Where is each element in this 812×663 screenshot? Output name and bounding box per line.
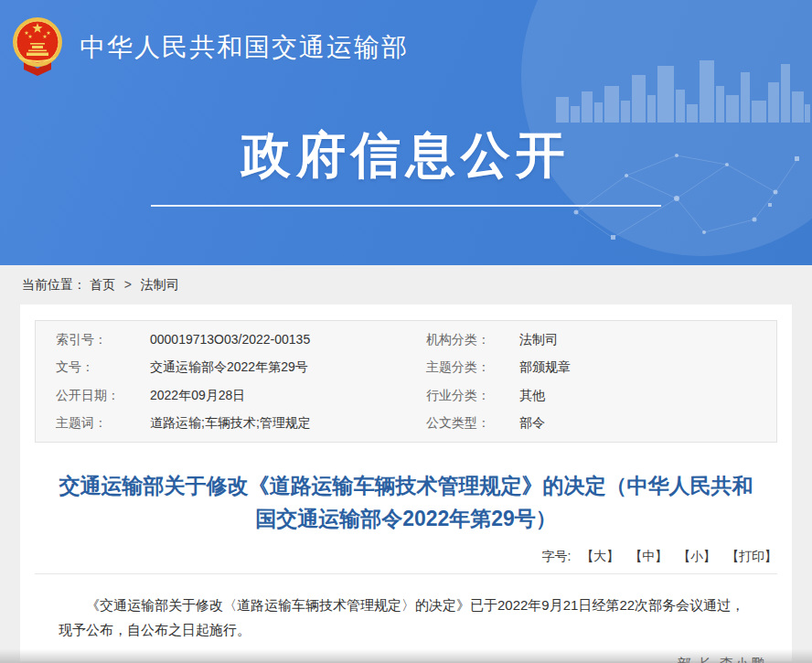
meta-value: 部令 — [519, 415, 776, 432]
meta-row: 索引号： 000019713O03/2022-00135 机构分类： 法制司 — [36, 326, 776, 354]
meta-value: 2022年09月28日 — [150, 388, 426, 404]
site-header: 中华人民共和国交通运输部 — [0, 0, 812, 82]
font-size-large-button[interactable]: 【大】 — [581, 549, 619, 563]
meta-label: 主题词： — [56, 415, 150, 432]
meta-label: 主题分类： — [426, 359, 519, 376]
meta-value: 道路运输;车辆技术;管理规定 — [150, 415, 426, 432]
article-title-line1: 交通运输部关于修改《道路运输车辆技术管理规定》的决定（中华人民共和 — [59, 474, 753, 497]
meta-value: 交通运输部令2022年第29号 — [150, 359, 426, 376]
meta-value: 000019713O03/2022-00135 — [150, 332, 426, 348]
meta-value: 法制司 — [519, 332, 776, 348]
breadcrumb-label: 当前位置： — [22, 277, 86, 292]
meta-row: 主题词： 道路运输;车辆技术;管理规定 公文类型： 部令 — [36, 410, 776, 438]
font-size-medium-button[interactable]: 【中】 — [629, 549, 668, 563]
breadcrumb-current-link[interactable]: 法制司 — [141, 277, 179, 292]
meta-label: 索引号： — [56, 332, 150, 348]
breadcrumb-separator: > — [124, 277, 132, 292]
breadcrumb-home-link[interactable]: 首页 — [90, 277, 115, 292]
meta-value: 其他 — [519, 388, 776, 404]
meta-label: 公开日期： — [56, 388, 150, 404]
page-banner-title: 政府信息公开 — [0, 123, 812, 189]
hero-banner: 中华人民共和国交通运输部 政府信息公开 — [0, 0, 812, 265]
article-title-line2: 国交通运输部令2022年第29号） — [255, 507, 557, 530]
national-emblem-icon — [12, 16, 63, 79]
meta-label: 行业分类： — [426, 388, 519, 404]
meta-label: 公文类型： — [426, 415, 519, 432]
article-divider — [35, 573, 777, 574]
banner-underline — [151, 205, 661, 207]
article-body: 《交通运输部关于修改〈道路运输车辆技术管理规定〉的决定》已于2022年9月21日… — [59, 593, 757, 642]
meta-row: 文号： 交通运输部令2022年第29号 主题分类： 部颁规章 — [36, 354, 776, 382]
meta-table: 索引号： 000019713O03/2022-00135 机构分类： 法制司 文… — [35, 320, 777, 443]
breadcrumb: 当前位置： 首页 > 法制司 — [0, 265, 812, 305]
font-size-small-button[interactable]: 【小】 — [678, 549, 716, 563]
content-card: 索引号： 000019713O03/2022-00135 机构分类： 法制司 文… — [20, 305, 792, 661]
site-title: 中华人民共和国交通运输部 — [80, 30, 409, 65]
font-size-label: 字号: — [542, 549, 572, 563]
article-signature: 部 长 李小鹏 — [20, 656, 792, 663]
meta-label: 文号： — [56, 359, 150, 376]
font-controls: 字号: 【大】 【中】 【小】 【打印】 — [35, 549, 777, 565]
meta-label: 机构分类： — [426, 332, 519, 348]
meta-value: 部颁规章 — [519, 359, 776, 376]
print-button[interactable]: 【打印】 — [726, 549, 777, 563]
article-title: 交通运输部关于修改《道路运输车辆技术管理规定》的决定（中华人民共和 国交通运输部… — [51, 470, 761, 535]
meta-row: 公开日期： 2022年09月28日 行业分类： 其他 — [36, 381, 776, 410]
